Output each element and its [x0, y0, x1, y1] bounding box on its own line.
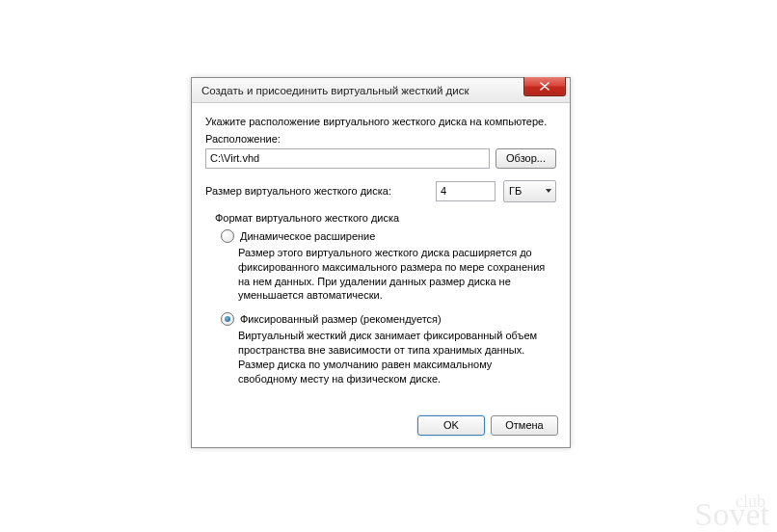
radio-dynamic-label: Динамическое расширение [240, 230, 375, 242]
location-label: Расположение: [205, 133, 556, 145]
size-input[interactable] [436, 181, 496, 201]
size-unit-value: ГБ [509, 185, 522, 197]
close-button[interactable] [523, 77, 566, 96]
radio-fixed-description: Виртуальный жесткий диск занимает фиксир… [238, 329, 552, 386]
format-group-title: Формат виртуального жесткого диска [215, 212, 556, 224]
radio-dynamic[interactable]: Динамическое расширение [221, 229, 556, 243]
ok-button[interactable]: OK [417, 415, 485, 436]
radio-fixed-indicator [221, 312, 234, 326]
radio-fixed-label: Фиксированный размер (рекомендуется) [240, 313, 442, 325]
format-group: Формат виртуального жесткого диска Динам… [205, 212, 556, 386]
cancel-button[interactable]: Отмена [491, 415, 558, 436]
size-label: Размер виртуального жесткого диска: [205, 185, 428, 197]
radio-dynamic-indicator [221, 229, 234, 243]
browse-button[interactable]: Обзор... [496, 148, 556, 169]
watermark-line1: club [695, 495, 765, 508]
size-unit-select[interactable]: ГБ [503, 180, 556, 202]
dialog-title: Создать и присоединить виртуальный жестк… [201, 85, 469, 96]
dialog-content: Укажите расположение виртуального жестко… [192, 103, 570, 408]
vhd-create-dialog: Создать и присоединить виртуальный жестк… [191, 77, 571, 448]
watermark-line2: Sovet [695, 503, 769, 526]
location-input[interactable] [205, 148, 490, 169]
titlebar: Создать и присоединить виртуальный жестк… [192, 78, 570, 103]
dialog-footer: OK Отмена [192, 408, 570, 447]
watermark: club Sovet [695, 495, 769, 526]
radio-dynamic-description: Размер этого виртуального жесткого диска… [238, 246, 552, 303]
radio-fixed[interactable]: Фиксированный размер (рекомендуется) [221, 312, 556, 326]
instruction-text: Укажите расположение виртуального жестко… [205, 115, 556, 129]
close-icon [540, 82, 549, 91]
location-row: Обзор... [205, 148, 556, 169]
chevron-down-icon [546, 189, 551, 193]
size-row: Размер виртуального жесткого диска: ГБ [205, 180, 556, 202]
